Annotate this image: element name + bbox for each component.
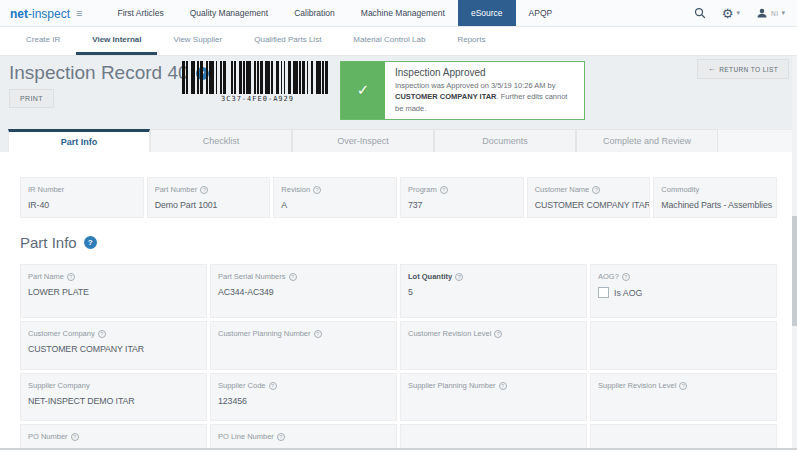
- summary-cell-customer-name: Customer Name? CUSTOMER COMPANY ITAR: [527, 177, 651, 218]
- help-icon[interactable]: ?: [679, 382, 687, 390]
- tab-checklist[interactable]: Checklist: [150, 129, 292, 152]
- topnav-item-machine-management[interactable]: Machine Management: [348, 0, 458, 26]
- field-part-serial-numbers: Part Serial Numbers? AC344-AC349: [210, 264, 397, 318]
- part-number-value: Demo Part 1001: [155, 200, 263, 210]
- field-part-name: Part Name? LOWER PLATE: [20, 264, 207, 318]
- topnav-right-icons: ⚙ ▾ NI ▾: [694, 0, 797, 26]
- check-icon: ✓: [341, 62, 385, 119]
- is-aog-label: Is AOG: [614, 288, 642, 298]
- field-supplier-planning-number: Supplier Planning Number?: [400, 373, 587, 421]
- return-to-list-button[interactable]: ← RETURN TO LIST: [697, 59, 789, 79]
- help-icon[interactable]: ?: [289, 273, 297, 281]
- part-info-row-1: Part Name? LOWER PLATE Part Serial Numbe…: [20, 264, 777, 318]
- topnav-item-first-articles[interactable]: First Articles: [104, 0, 176, 26]
- arrow-left-icon: ←: [708, 65, 716, 73]
- ir-number-value: IR-40: [28, 200, 136, 210]
- field-po-line-number: PO Line Number? 2: [210, 424, 397, 450]
- barcode: 3C37-4FE0-A929: [180, 61, 335, 103]
- approval-company: CUSTOMER COMPANY ITAR: [395, 92, 497, 101]
- tabstrip-filler: [718, 129, 797, 152]
- field-supplier-company: Supplier Company NET-INSPECT DEMO ITAR: [20, 373, 207, 421]
- user-menu[interactable]: NI ▾: [756, 7, 785, 19]
- field-empty: [590, 424, 777, 450]
- field-empty: [400, 424, 587, 450]
- help-icon[interactable]: ?: [71, 433, 79, 441]
- barcode-bars: [182, 61, 334, 94]
- top-navigation: net-inspect ≡ First Articles Quality Man…: [0, 0, 797, 27]
- field-empty: [590, 321, 777, 370]
- brand-text: net-inspect: [10, 4, 70, 22]
- ir-summary-grid: IR Number IR-40 Part Number? Demo Part 1…: [20, 177, 777, 218]
- is-aog-checkbox[interactable]: [598, 287, 609, 298]
- part-info-row-2: Customer Company? CUSTOMER COMPANY ITAR …: [20, 321, 777, 370]
- help-icon[interactable]: ?: [67, 273, 75, 281]
- net-inspect-app: net-inspect ≡ First Articles Quality Man…: [0, 0, 797, 450]
- part-info-panel: IR Number IR-40 Part Number? Demo Part 1…: [0, 152, 797, 450]
- subnav-item-reports[interactable]: Reports: [441, 27, 501, 55]
- help-icon[interactable]: ?: [84, 236, 97, 249]
- program-value: 737: [408, 200, 516, 210]
- customer-name-value: CUSTOMER COMPANY ITAR: [535, 200, 643, 210]
- topnav-item-quality-management[interactable]: Quality Management: [177, 0, 281, 26]
- help-icon[interactable]: ?: [622, 273, 630, 281]
- help-icon[interactable]: ?: [499, 382, 507, 390]
- commodity-value: Machined Parts - Assemblies: [661, 200, 769, 210]
- page-title: Inspection Record 40 ?: [9, 62, 209, 84]
- revision-value: A: [281, 200, 389, 210]
- approval-title: Inspection Approved: [395, 67, 576, 78]
- summary-cell-ir-number: IR Number IR-40: [20, 177, 144, 218]
- topnav-item-calibration[interactable]: Calibration: [281, 0, 348, 26]
- field-customer-planning-number: Customer Planning Number?: [210, 321, 397, 370]
- scrollbar-thumb[interactable]: [792, 216, 797, 326]
- help-icon[interactable]: ?: [313, 186, 321, 194]
- help-icon[interactable]: ?: [440, 186, 448, 194]
- user-icon: [756, 7, 768, 19]
- hamburger-menu-icon[interactable]: ≡: [76, 8, 82, 19]
- help-icon[interactable]: ?: [277, 433, 285, 441]
- subnav-item-qualified-parts-list[interactable]: Qualified Parts List: [238, 27, 337, 55]
- field-customer-company: Customer Company? CUSTOMER COMPANY ITAR: [20, 321, 207, 370]
- search-icon[interactable]: [694, 7, 706, 19]
- field-po-number: PO Number? 345678: [20, 424, 207, 450]
- help-icon[interactable]: ?: [98, 330, 106, 338]
- chevron-down-icon: ▾: [736, 9, 740, 17]
- summary-cell-part-number: Part Number? Demo Part 1001: [147, 177, 271, 218]
- help-icon[interactable]: ?: [314, 330, 322, 338]
- field-customer-revision-level: Customer Revision Level?: [400, 321, 587, 370]
- help-icon[interactable]: ?: [269, 382, 277, 390]
- subnav-item-view-internal[interactable]: View Internal: [76, 27, 157, 55]
- net-inspect-logo[interactable]: net-inspect ≡: [10, 0, 82, 26]
- topnav-item-apqp[interactable]: APQP: [516, 0, 566, 26]
- gear-icon: ⚙: [722, 7, 734, 20]
- print-button[interactable]: PRINT: [9, 89, 54, 108]
- help-icon[interactable]: ?: [200, 186, 208, 194]
- summary-cell-revision: Revision? A: [273, 177, 397, 218]
- topnav-items: First Articles Quality Management Calibr…: [104, 0, 565, 26]
- field-supplier-revision-level: Supplier Revision Level?: [590, 373, 777, 421]
- subnav-item-create-ir[interactable]: Create IR: [10, 27, 76, 55]
- scrollbar-track[interactable]: [792, 56, 797, 450]
- summary-cell-commodity: Commodity Machined Parts - Assemblies: [653, 177, 777, 218]
- field-aog: AOG?? Is AOG: [590, 264, 777, 318]
- tab-documents[interactable]: Documents: [434, 129, 576, 152]
- field-lot-quantity: Lot Quantity? 5: [400, 264, 587, 318]
- settings-menu[interactable]: ⚙ ▾: [722, 7, 740, 20]
- tab-part-info[interactable]: Part Info: [8, 129, 150, 152]
- help-icon[interactable]: ?: [455, 273, 463, 281]
- tab-complete-and-review[interactable]: Complete and Review: [576, 129, 718, 152]
- topnav-item-esource[interactable]: eSource: [458, 0, 516, 26]
- subnav-item-view-supplier[interactable]: View Supplier: [157, 27, 238, 55]
- approval-body: Inspection Approved Inspection was Appro…: [385, 62, 584, 119]
- part-info-section-heading: Part Info ?: [20, 232, 777, 252]
- part-info-row-4: PO Number? 345678 PO Line Number? 2: [20, 424, 777, 450]
- part-info-row-3: Supplier Company NET-INSPECT DEMO ITAR S…: [20, 373, 777, 421]
- help-icon[interactable]: ?: [592, 186, 600, 194]
- field-supplier-code: Supplier Code? 123456: [210, 373, 397, 421]
- help-icon[interactable]: ?: [494, 330, 502, 338]
- inspection-approved-alert: ✓ Inspection Approved Inspection was App…: [340, 61, 585, 120]
- tab-over-inspect[interactable]: Over-Inspect: [292, 129, 434, 152]
- approval-message: Inspection was Approved on 3/5/19 10:26 …: [395, 80, 576, 114]
- esource-sub-navigation: Create IR View Internal View Supplier Qu…: [0, 27, 797, 56]
- page-header: Inspection Record 40 ? PRINT 3C37-4FE0-A…: [0, 56, 797, 129]
- subnav-item-material-control-lab[interactable]: Material Control Lab: [337, 27, 441, 55]
